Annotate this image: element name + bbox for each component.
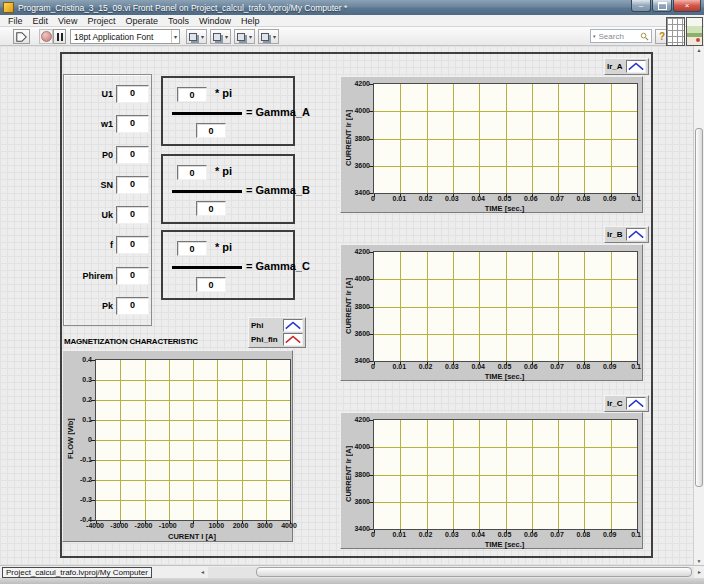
x-tick-label: 0.06 — [524, 363, 538, 370]
gamma-formula-box-b: 0* pi= Gamma_B0 — [161, 154, 295, 224]
pi-multiplier-label: * pi — [215, 87, 232, 99]
numeric-input-w1[interactable]: 0 — [116, 115, 149, 133]
legend-label: Ir_A — [607, 62, 623, 71]
menu-item-operate[interactable]: Operate — [120, 16, 163, 26]
tick-mark — [369, 334, 373, 335]
distribute-objects-button[interactable]: ▾ — [210, 29, 231, 44]
gamma-numerator-input[interactable]: 0 — [177, 241, 207, 256]
tick-mark — [369, 139, 373, 140]
plot-style-icon[interactable] — [626, 397, 646, 410]
vertical-scrollbar-thumb[interactable] — [695, 128, 703, 487]
gridline — [506, 420, 507, 529]
numeric-input-sn[interactable]: 0 — [116, 176, 149, 194]
menu-item-tools[interactable]: Tools — [163, 16, 194, 26]
horizontal-scrollbar-thumb[interactable] — [256, 567, 692, 577]
gamma-denominator-input[interactable]: 0 — [196, 277, 226, 292]
abort-button[interactable] — [39, 29, 53, 44]
y-tick-label: 3600 — [354, 329, 370, 336]
gridline — [427, 84, 428, 193]
titlebar[interactable]: Program_Cristina_3_15_09.vi Front Panel … — [0, 0, 704, 15]
scroll-up-icon[interactable]: ▲ — [694, 47, 704, 53]
menu-item-help[interactable]: Help — [236, 16, 265, 26]
align-objects-button[interactable]: ▾ — [186, 29, 207, 44]
gridline — [558, 252, 559, 361]
x-tick-label: 0.09 — [603, 531, 617, 538]
plot-style-icon[interactable] — [283, 333, 303, 346]
x-tick-label: 0.01 — [392, 531, 406, 538]
scroll-down-icon[interactable]: ▼ — [694, 558, 704, 564]
plot-area-ir-b[interactable] — [373, 251, 638, 362]
tick-mark — [369, 447, 373, 448]
gridline — [558, 420, 559, 529]
vi-icon[interactable] — [686, 17, 703, 46]
numeric-input-p0[interactable]: 0 — [116, 146, 149, 164]
run-button[interactable] — [13, 29, 30, 44]
resize-objects-button[interactable]: ▾ — [234, 29, 255, 44]
y-tick-label: 3800 — [354, 134, 370, 141]
gridline — [400, 420, 401, 529]
numeric-input-pk[interactable]: 0 — [116, 297, 149, 315]
plot-style-icon[interactable] — [626, 228, 646, 241]
menu-item-edit[interactable]: Edit — [28, 16, 54, 26]
plot-area-ir-c[interactable] — [373, 419, 638, 530]
gamma-numerator-input[interactable]: 0 — [177, 165, 207, 180]
alignment-grid-icon[interactable] — [666, 17, 685, 46]
y-tick-label: -0.3 — [80, 496, 92, 503]
numeric-input-phirem[interactable]: 0 — [116, 267, 149, 285]
resize-objects-icon — [237, 33, 245, 41]
fraction-bar — [172, 190, 242, 193]
pi-multiplier-label: * pi — [215, 241, 232, 253]
reorder-objects-icon — [261, 33, 269, 41]
search-history-icon[interactable]: ▾ — [593, 33, 596, 39]
numeric-control-label: SN — [100, 180, 113, 190]
legend-ir-a: Ir_A — [604, 58, 649, 75]
gamma-denominator-input[interactable]: 0 — [196, 123, 226, 138]
x-axis-ticks: -4000-3000-2000-100001000200030004000 — [95, 522, 289, 530]
x-axis-ticks: 00.010.020.030.040.050.060.070.080.090.1 — [373, 195, 636, 203]
x-tick-label: 0 — [371, 531, 375, 538]
tick-mark — [369, 279, 373, 280]
numeric-input-u1[interactable]: 0 — [116, 85, 149, 103]
x-tick-label: 0.05 — [498, 363, 512, 370]
gridline — [242, 360, 243, 520]
numeric-control-label: Phirem — [82, 271, 113, 281]
maximize-button[interactable] — [652, 0, 672, 12]
plot-style-icon[interactable] — [626, 60, 646, 73]
minimize-button[interactable]: – — [631, 0, 651, 12]
execution-target-indicator[interactable]: Project_calcul_trafo.lvproj/My Computer — [2, 567, 152, 578]
x-tick-label: 0.09 — [603, 363, 617, 370]
vertical-scrollbar[interactable]: ▲ ▼ — [693, 46, 704, 565]
scroll-left-icon[interactable]: ◄ — [200, 569, 205, 575]
reorder-objects-button[interactable]: ▾ — [258, 29, 279, 44]
plot-area-magnetization[interactable] — [95, 359, 291, 521]
pause-button[interactable] — [53, 29, 66, 44]
y-axis-ticks: 0.40.30.20.10-0.1-0.2-0.3-0.4 — [65, 359, 93, 519]
plot-style-icon[interactable] — [283, 319, 303, 332]
numeric-control-row: f0 — [64, 236, 151, 254]
numeric-input-uk[interactable]: 0 — [116, 206, 149, 224]
gridline — [217, 360, 218, 520]
gamma-denominator-input[interactable]: 0 — [196, 201, 226, 216]
menu-item-file[interactable]: File — [3, 16, 28, 26]
horizontal-scrollbar[interactable] — [208, 567, 694, 578]
scroll-right-icon[interactable]: ► — [697, 569, 702, 575]
menu-item-project[interactable]: Project — [82, 16, 120, 26]
chart-ir-b: CURRENT Ir [A] 42004000380036003400 00.0… — [340, 244, 643, 381]
gamma-numerator-input[interactable]: 0 — [177, 87, 207, 102]
close-button[interactable]: × — [673, 0, 701, 12]
x-tick-label: 0 — [371, 363, 375, 370]
input-cluster-frame: U10w10P00SN0Uk0f0Phirem0Pk0 — [63, 74, 152, 326]
distribute-objects-icon — [213, 33, 221, 41]
menu-item-view[interactable]: View — [53, 16, 82, 26]
x-tick-label: 0.03 — [445, 195, 459, 202]
x-tick-label: 0.1 — [631, 363, 641, 370]
numeric-input-f[interactable]: 0 — [116, 236, 149, 254]
gridline — [400, 252, 401, 361]
gridline — [193, 360, 194, 520]
y-tick-label: 0 — [88, 436, 92, 443]
plot-area-ir-a[interactable] — [373, 83, 638, 194]
font-selector[interactable]: 18pt Application Font ▾ — [70, 29, 180, 44]
x-tick-label: 0.02 — [419, 195, 433, 202]
search-input[interactable] — [597, 31, 640, 42]
menu-item-window[interactable]: Window — [194, 16, 236, 26]
